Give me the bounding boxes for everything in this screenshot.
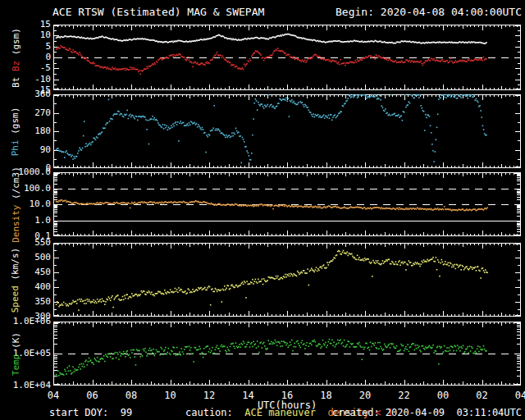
phi-canvas bbox=[53, 94, 521, 168]
phi-axis-label-part: Phi bbox=[11, 134, 21, 156]
phi-axis-label-part: (gsm) bbox=[11, 107, 21, 134]
panel-speed bbox=[53, 243, 521, 317]
panel-temp bbox=[53, 322, 521, 386]
x-tick-label: 22 bbox=[398, 390, 409, 401]
x-tick-label: 00 bbox=[437, 390, 449, 401]
density-axis-label-part: Density bbox=[11, 199, 21, 242]
bt-bz-axis-label-part: Bz bbox=[11, 60, 21, 71]
bt-bz-canvas bbox=[53, 25, 521, 90]
density-canvas bbox=[53, 172, 521, 236]
speed-axis-label-part: Speed bbox=[11, 280, 21, 313]
density-axis-label-part: (/cm3) bbox=[11, 167, 21, 199]
temp-canvas bbox=[53, 322, 521, 386]
x-tick-label: 04 bbox=[48, 390, 59, 401]
panel-phi bbox=[53, 94, 521, 168]
x-tick-label: 06 bbox=[86, 390, 98, 401]
plot-stage: 151050-5-10-15Bt Bz (gsm)360270180900Phi… bbox=[0, 0, 525, 420]
phi-axis-label: Phi (gsm) bbox=[2, 94, 30, 168]
temp-axis-label-part: (K) bbox=[11, 332, 21, 349]
panel-bt-bz bbox=[53, 25, 521, 90]
temp-axis-label: Temp (K) bbox=[2, 322, 30, 386]
x-tick-label: 20 bbox=[359, 390, 371, 401]
x-tick-label: 08 bbox=[126, 390, 137, 401]
speed-canvas bbox=[53, 243, 521, 317]
x-tick-label: 18 bbox=[320, 390, 331, 401]
start-doy-label: start DOY: 99 bbox=[49, 407, 132, 418]
temp-axis-label-part: Temp bbox=[11, 348, 21, 375]
x-tick-label: 12 bbox=[203, 390, 215, 401]
ace-rtsw-plot: ACE RTSW (Estimated) MAG & SWEPAM Begin:… bbox=[0, 0, 525, 420]
footer: start DOY: 99 caution: ACE maneuver dens… bbox=[0, 407, 525, 420]
x-tick-label: 10 bbox=[164, 390, 176, 401]
x-tick-label: 14 bbox=[242, 390, 253, 401]
bt-bz-axis-label: Bt Bz (gsm) bbox=[2, 25, 30, 90]
panel-density bbox=[53, 172, 521, 236]
speed-axis-label-part: (km/s) bbox=[11, 247, 21, 280]
x-tick-label: 04 bbox=[515, 390, 525, 401]
caution-label: caution: bbox=[185, 407, 244, 418]
bt-bz-axis-label-part: Bt bbox=[11, 71, 21, 88]
speed-axis-label: Speed (km/s) bbox=[2, 243, 30, 317]
density-axis-label: Density (/cm3) bbox=[2, 172, 30, 236]
created-timestamp: created: 2020-04-09 03:11:04UTC bbox=[332, 407, 522, 418]
x-tick-label: 02 bbox=[476, 390, 487, 401]
caution-maneuver-label: ACE maneuver bbox=[244, 407, 327, 418]
bt-bz-axis-label-part: (gsm) bbox=[11, 28, 21, 61]
